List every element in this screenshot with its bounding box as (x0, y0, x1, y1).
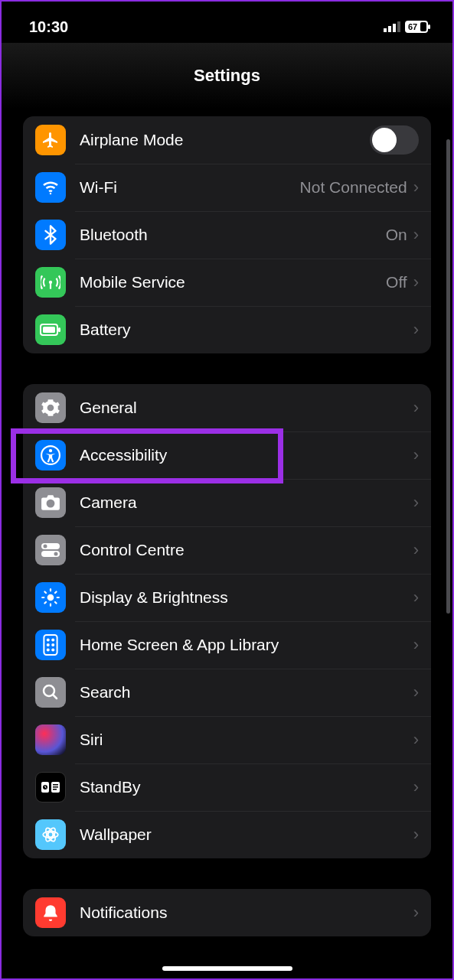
svg-point-34 (52, 644, 54, 646)
svg-line-27 (55, 602, 57, 604)
row-siri[interactable]: Siri › (23, 716, 431, 763)
chevron-right-icon: › (413, 398, 419, 418)
settings-group-general: General › Accessibility › Camera › Contr… (23, 384, 431, 858)
svg-rect-0 (384, 28, 387, 32)
chevron-right-icon: › (413, 730, 419, 750)
chevron-right-icon: › (413, 682, 419, 702)
svg-rect-44 (53, 789, 57, 790)
label-siri: Siri (80, 731, 413, 749)
label-notifications: Notifications (80, 903, 413, 922)
row-search[interactable]: Search › (23, 669, 431, 716)
svg-rect-1 (388, 26, 391, 32)
label-battery: Battery (80, 321, 413, 339)
chevron-right-icon: › (413, 225, 419, 245)
svg-rect-43 (53, 786, 58, 788)
chevron-right-icon: › (413, 777, 419, 797)
svg-line-29 (55, 591, 57, 593)
label-accessibility: Accessibility (80, 446, 413, 464)
svg-point-36 (52, 649, 54, 650)
bluetooth-icon (35, 220, 66, 250)
toggle-airplane[interactable] (370, 125, 419, 155)
value-mobile: Off (386, 273, 407, 291)
label-wallpaper: Wallpaper (80, 825, 413, 844)
row-camera[interactable]: Camera › (23, 479, 431, 526)
chevron-right-icon: › (413, 320, 419, 340)
status-bar: 10:30 67 (2, 2, 452, 43)
row-general[interactable]: General › (23, 384, 431, 431)
settings-group-connectivity: Airplane Mode Wi-Fi Not Connected › Blue… (23, 116, 431, 353)
label-camera: Camera (80, 493, 413, 512)
label-wifi: Wi-Fi (80, 178, 300, 197)
label-general: General (80, 399, 413, 417)
airplane-icon (35, 125, 66, 155)
search-icon (35, 677, 66, 708)
label-display: Display & Brightness (80, 588, 413, 607)
row-mobile-service[interactable]: Mobile Service Off › (23, 259, 431, 306)
svg-rect-6 (420, 22, 426, 31)
value-bluetooth: On (386, 226, 407, 244)
label-bluetooth: Bluetooth (80, 226, 386, 244)
row-standby[interactable]: StandBy › (23, 763, 431, 811)
row-home-screen[interactable]: Home Screen & App Library › (23, 621, 431, 669)
label-home-screen: Home Screen & App Library (80, 636, 413, 654)
chevron-right-icon: › (413, 903, 419, 923)
chevron-right-icon: › (413, 272, 419, 292)
svg-line-26 (44, 591, 46, 593)
label-airplane: Airplane Mode (80, 131, 370, 149)
app-grid-icon (35, 630, 66, 660)
svg-rect-3 (397, 21, 400, 32)
settings-group-notifications: Notifications › (23, 889, 431, 936)
camera-icon (35, 487, 66, 518)
battery-row-icon (35, 314, 66, 345)
toggles-icon (35, 535, 66, 565)
row-control-centre[interactable]: Control Centre › (23, 526, 431, 574)
row-notifications[interactable]: Notifications › (23, 889, 431, 936)
svg-point-16 (48, 501, 54, 506)
svg-line-28 (44, 602, 46, 604)
cellular-icon (384, 21, 400, 32)
svg-point-32 (52, 639, 54, 640)
label-control-centre: Control Centre (80, 541, 413, 559)
svg-rect-5 (428, 24, 430, 29)
value-wifi: Not Connected (300, 178, 407, 197)
svg-text:67: 67 (408, 22, 417, 31)
home-indicator[interactable] (162, 966, 292, 971)
status-time: 10:30 (29, 18, 68, 36)
svg-point-8 (50, 193, 51, 194)
standby-icon (35, 772, 66, 803)
row-display[interactable]: Display & Brightness › (23, 574, 431, 621)
label-search: Search (80, 683, 413, 702)
row-battery[interactable]: Battery › (23, 306, 431, 353)
svg-point-45 (48, 832, 54, 838)
scrollbar[interactable] (446, 139, 450, 614)
chevron-right-icon: › (413, 588, 419, 607)
chevron-right-icon: › (413, 445, 419, 465)
siri-icon (35, 724, 66, 755)
row-wifi[interactable]: Wi-Fi Not Connected › (23, 164, 431, 211)
chevron-right-icon: › (413, 177, 419, 197)
svg-point-20 (54, 552, 58, 556)
svg-rect-13 (58, 327, 60, 332)
row-bluetooth[interactable]: Bluetooth On › (23, 211, 431, 259)
chevron-right-icon: › (413, 635, 419, 655)
chevron-right-icon: › (413, 825, 419, 845)
svg-point-15 (49, 449, 52, 452)
row-wallpaper[interactable]: Wallpaper › (23, 811, 431, 858)
row-airplane-mode[interactable]: Airplane Mode (23, 116, 431, 164)
page-title: Settings (2, 43, 452, 109)
accessibility-icon (35, 440, 66, 470)
gear-icon (35, 392, 66, 423)
svg-point-35 (47, 649, 49, 650)
row-accessibility[interactable]: Accessibility › (23, 431, 431, 479)
svg-line-38 (53, 695, 57, 698)
brightness-icon (35, 582, 66, 613)
svg-rect-30 (44, 635, 57, 655)
svg-point-31 (47, 639, 49, 640)
svg-rect-2 (393, 24, 396, 32)
bell-icon (35, 897, 66, 928)
wallpaper-icon (35, 819, 66, 850)
antenna-icon (35, 267, 66, 298)
label-mobile: Mobile Service (80, 273, 386, 291)
label-standby: StandBy (80, 778, 413, 796)
wifi-icon (35, 172, 66, 203)
